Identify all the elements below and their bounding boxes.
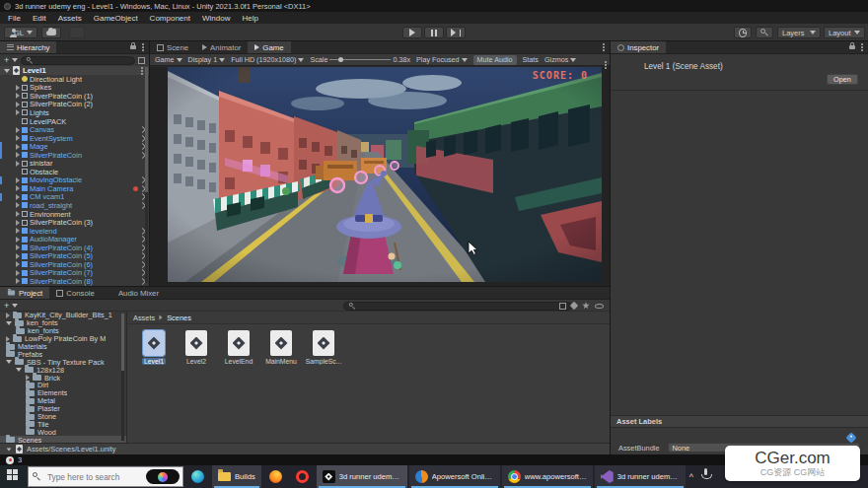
hierarchy-item[interactable]: Lights <box>0 108 149 117</box>
panel-menu-icon[interactable] <box>142 43 144 51</box>
expander-icon[interactable] <box>16 368 22 372</box>
hierarchy-item[interactable]: AudioManager <box>0 235 149 244</box>
hierarchy-item[interactable]: CM vcam1 <box>0 193 149 202</box>
scale-slider[interactable]: Scale 0.38x <box>310 55 410 64</box>
tab-audio-mixer[interactable]: Audio Mixer <box>102 287 166 299</box>
taskbar-search[interactable] <box>28 466 183 487</box>
hierarchy-item[interactable]: levelend <box>0 227 149 236</box>
hierarchy-scene-root[interactable]: Level1 <box>0 66 149 75</box>
hierarchy-scrollbar[interactable] <box>145 67 148 283</box>
collapse-icon[interactable] <box>7 448 12 451</box>
tab-animator[interactable]: Animator <box>195 41 248 53</box>
expander-icon[interactable] <box>16 85 20 91</box>
game-viewport[interactable]: SCORE: 0 <box>150 67 610 286</box>
hierarchy-item[interactable]: SilverPirateCoin (7) <box>0 269 149 278</box>
folder-row[interactable]: Brick <box>0 374 126 382</box>
hierarchy-item[interactable]: Canvas <box>0 125 149 134</box>
save-search-icon[interactable] <box>582 302 590 310</box>
expander-icon[interactable] <box>6 321 12 325</box>
hierarchy-item[interactable]: sinistar <box>0 159 149 168</box>
menu-item[interactable]: Window <box>196 14 236 23</box>
create-dropdown-icon[interactable] <box>12 58 18 62</box>
hierarchy-item[interactable]: SilverPirateCoin (8) <box>0 277 149 286</box>
folder-row[interactable]: Elements <box>0 389 126 397</box>
search-by-label-icon[interactable] <box>570 302 578 310</box>
asset-scene-tile[interactable]: MainMenu <box>262 330 300 365</box>
hierarchy-item[interactable]: Mage <box>0 142 149 151</box>
taskbar-task[interactable] <box>263 465 288 488</box>
expander-icon[interactable] <box>16 253 20 259</box>
scale-track[interactable] <box>329 59 391 60</box>
expander-icon[interactable] <box>16 127 20 133</box>
tab-inspector[interactable]: Inspector <box>611 41 666 53</box>
scene-menu-icon[interactable] <box>141 67 143 75</box>
folder-row[interactable]: Plaster <box>0 405 126 413</box>
hierarchy-item[interactable]: SilverPirateCoin (1) <box>0 92 149 101</box>
hierarchy-search[interactable] <box>21 56 135 65</box>
menu-item[interactable]: File <box>2 14 27 23</box>
hierarchy-item[interactable]: SilverPirateCoin (2) <box>0 101 149 109</box>
mute-audio-toggle[interactable]: Mute Audio <box>473 55 517 65</box>
hierarchy-item[interactable]: Spikes <box>0 84 149 93</box>
folder-row[interactable]: KayKit_City_Builder_Bits_1 <box>0 312 126 319</box>
start-button[interactable] <box>0 465 28 488</box>
taskbar-task[interactable]: www.apowersoft.c... <box>502 465 593 488</box>
expander-icon[interactable] <box>16 152 20 158</box>
gizmos-dropdown[interactable]: Gizmos <box>544 55 576 64</box>
breadcrumb-current[interactable]: Scenes <box>167 314 191 322</box>
layers-dropdown[interactable]: Layers <box>777 27 821 38</box>
asset-scene-tile[interactable]: SampleSc... <box>305 330 342 365</box>
taskbar-task[interactable]: Builds <box>212 465 261 488</box>
tab-console[interactable]: Console <box>49 287 102 299</box>
stats-toggle[interactable]: Stats <box>523 55 539 64</box>
expander-icon[interactable] <box>16 109 20 115</box>
taskbar-task[interactable]: Apowersoft Online ... <box>409 465 500 488</box>
asset-scene-tile[interactable]: Level2 <box>178 330 215 365</box>
taskbar-task[interactable]: 3d runner udemy e... <box>317 465 407 488</box>
taskbar-task[interactable]: 3d runner udemy e... <box>595 465 686 488</box>
folder-row[interactable]: Scenes <box>0 436 126 443</box>
hierarchy-item[interactable]: SilverPirateCoin (3) <box>0 218 149 227</box>
play-button[interactable] <box>402 27 422 38</box>
undo-history-button[interactable] <box>734 27 752 38</box>
expander-icon[interactable] <box>16 135 20 141</box>
expander-icon[interactable] <box>16 161 20 167</box>
cloud-services-button[interactable] <box>41 27 61 38</box>
panel-menu-icon[interactable] <box>603 43 605 51</box>
step-button[interactable] <box>446 27 466 38</box>
hierarchy-item[interactable]: SilverPirateCoin (5) <box>0 251 149 260</box>
expander-icon[interactable] <box>6 336 10 342</box>
panel-menu-icon[interactable] <box>861 43 863 51</box>
hierarchy-item[interactable]: MovingObstacle <box>0 176 149 185</box>
expander-icon[interactable] <box>16 237 20 243</box>
expander-icon[interactable] <box>4 69 10 73</box>
hierarchy-item[interactable]: SilverPirateCoin (4) <box>0 244 149 252</box>
expander-icon[interactable] <box>16 220 20 226</box>
project-search[interactable] <box>343 302 572 311</box>
menu-item[interactable]: Edit <box>27 14 52 23</box>
folder-tree-scrollbar[interactable] <box>121 314 124 441</box>
scale-knob[interactable] <box>338 57 343 62</box>
expander-icon[interactable] <box>16 93 20 99</box>
folder-row[interactable]: Metal <box>0 397 126 405</box>
taskbar-search-input[interactable] <box>45 471 134 483</box>
expander-icon[interactable] <box>16 228 20 234</box>
taskbar-task[interactable] <box>290 465 315 488</box>
lock-icon[interactable] <box>130 45 136 49</box>
menu-item[interactable]: Assets <box>52 14 88 23</box>
menu-item[interactable]: Component <box>144 14 196 23</box>
expander-icon[interactable] <box>16 261 20 267</box>
hierarchy-item[interactable]: road_straight <box>0 201 149 210</box>
play-focused-dropdown[interactable]: Play Focused <box>416 55 468 64</box>
lock-icon[interactable] <box>849 45 855 49</box>
tab-hierarchy[interactable]: Hierarchy <box>0 41 56 53</box>
expander-icon[interactable] <box>6 313 10 318</box>
expander-icon[interactable] <box>16 185 20 191</box>
asset-scene-tile[interactable]: LevelEnd <box>220 330 257 365</box>
expander-icon[interactable] <box>16 202 20 208</box>
menu-item[interactable]: Help <box>236 14 263 23</box>
project-search-input[interactable] <box>360 302 567 310</box>
create-button[interactable]: + <box>4 56 9 64</box>
hierarchy-item[interactable]: Obstacle <box>0 168 149 176</box>
breadcrumb-root[interactable]: Assets <box>133 314 155 322</box>
